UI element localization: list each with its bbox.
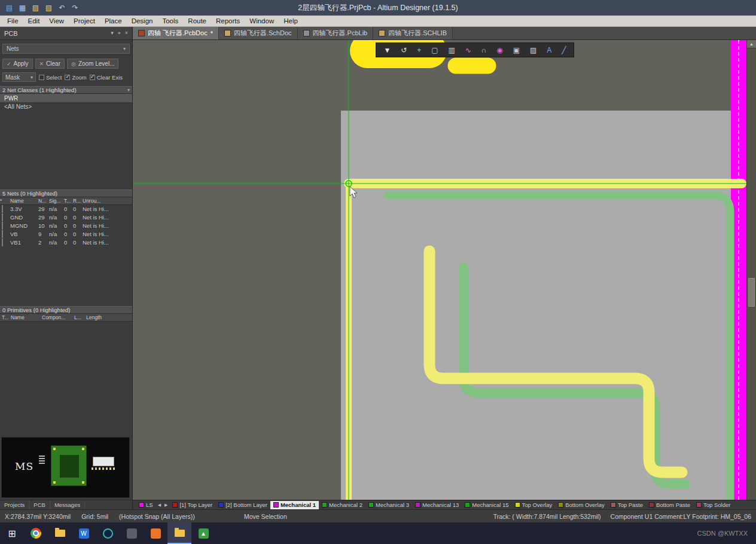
text-icon[interactable]: A: [547, 47, 551, 54]
clear-existing-checkbox[interactable]: [90, 75, 95, 80]
net-class-item-all-nets[interactable]: <All Nets>: [0, 102, 132, 111]
open-folder-icon[interactable]: ▨: [31, 4, 40, 11]
net-row-vb[interactable]: VB 9 n/a 0 0 Net is Hi...: [0, 230, 132, 239]
pcb-canvas[interactable]: ▼ ↺ + ▢ ▥ ∿ ∩ ◉ ▣ ▨ A ╱ ▲: [133, 40, 756, 500]
undo-icon[interactable]: ↶: [57, 4, 66, 11]
taskbar-chrome[interactable]: [24, 522, 48, 544]
net-row-gnd[interactable]: GND 29 n/a 0 0 Net is Hi...: [0, 213, 132, 222]
menu-file[interactable]: File: [2, 16, 23, 26]
col-component[interactable]: Compon...: [42, 314, 74, 320]
panel-dropdown-icon[interactable]: ▾: [111, 30, 114, 36]
zoom-level-button[interactable]: ◎ Zoom Level...: [67, 59, 118, 69]
menu-route[interactable]: Route: [183, 16, 211, 26]
layer-tab-mechanical-2[interactable]: Mechanical 2: [319, 501, 365, 509]
col-l[interactable]: L...: [74, 314, 86, 320]
menu-view[interactable]: View: [44, 16, 69, 26]
net-row-mgnd[interactable]: MGND 10 n/a 0 0 Net is Hi...: [0, 222, 132, 230]
menu-design[interactable]: Design: [127, 16, 158, 26]
mask-dropdown[interactable]: Mask ▾: [2, 72, 36, 82]
net-color-swatch[interactable]: [2, 213, 3, 221]
region-icon[interactable]: ▨: [530, 47, 536, 54]
net-row-vb1[interactable]: VB1 2 n/a 0 0 Net is Hi...: [0, 239, 132, 247]
save-icon[interactable]: ▧: [44, 4, 53, 11]
menu-tools[interactable]: Tools: [157, 16, 183, 26]
layer-tab-mechanical-1[interactable]: Mechanical 1: [270, 501, 319, 509]
layer-tab-top-layer[interactable]: [1] Top Layer: [169, 501, 215, 509]
primitives-section-header[interactable]: 0 Primitives (0 Highlighted): [0, 306, 132, 314]
lasso-select-icon[interactable]: ↺: [401, 47, 407, 54]
col-t[interactable]: T...: [0, 314, 11, 320]
menu-project[interactable]: Project: [69, 16, 100, 26]
interactive-route-icon[interactable]: ∿: [465, 47, 471, 54]
select-checkbox[interactable]: [39, 75, 44, 80]
layer-tab-top-paste[interactable]: Top Paste: [608, 501, 646, 509]
histogram-icon[interactable]: ▥: [448, 47, 455, 54]
col-signal[interactable]: Sig...: [49, 198, 64, 204]
scrollbar-thumb[interactable]: [748, 278, 755, 307]
taskbar-wps[interactable]: W: [72, 522, 96, 544]
nets-table-header[interactable]: * Name N... Sig... T... R... Unrou...: [0, 197, 132, 205]
col-unrouted[interactable]: Unrou...: [83, 198, 132, 204]
clear-button[interactable]: ✕ Clear: [35, 59, 65, 69]
selection-rect-icon[interactable]: ▢: [431, 47, 438, 54]
taskbar-active-app[interactable]: [167, 522, 191, 544]
panel-pin-icon[interactable]: ⌖: [118, 30, 121, 36]
green-trace-top[interactable]: [388, 195, 730, 500]
layer-tab-mechanical-13[interactable]: Mechanical 13: [412, 501, 462, 509]
col-r[interactable]: R...: [73, 198, 83, 204]
select-checkbox-group[interactable]: Select: [39, 74, 62, 81]
layer-tab-bottom-paste[interactable]: Bottom Paste: [646, 501, 693, 509]
menu-place[interactable]: Place: [100, 16, 127, 26]
net-classes-section-header[interactable]: 2 Net Classes (1 Highlighted) ▾: [0, 86, 132, 94]
canvas-vertical-scrollbar[interactable]: ▲: [746, 40, 756, 500]
menu-reports[interactable]: Reports: [211, 16, 245, 26]
net-color-swatch[interactable]: [2, 230, 3, 238]
menu-edit[interactable]: Edit: [23, 16, 45, 26]
layer-tab-mechanical-3[interactable]: Mechanical 3: [365, 501, 412, 509]
net-color-swatch[interactable]: [2, 205, 3, 213]
via-icon[interactable]: ◉: [496, 47, 502, 54]
clear-existing-checkbox-group[interactable]: Clear Exis: [90, 74, 123, 81]
panel-close-icon[interactable]: ×: [125, 30, 128, 36]
taskbar-paint-tool[interactable]: [144, 522, 167, 544]
scroll-up-arrow-icon[interactable]: ▲: [747, 40, 756, 48]
col-length[interactable]: Length: [86, 314, 132, 320]
col-t[interactable]: T...: [64, 198, 73, 204]
doc-tab-schlib[interactable]: 四轴飞行器.SCHLIB: [373, 27, 453, 39]
col-nodes[interactable]: N...: [38, 198, 49, 204]
panel-mode-dropdown[interactable]: Nets ▾: [2, 44, 130, 54]
zoom-checkbox-group[interactable]: Zoom: [65, 74, 86, 81]
new-document-icon[interactable]: ▤: [5, 4, 14, 11]
layers-next-icon[interactable]: ▶: [163, 503, 169, 508]
taskbar-utility[interactable]: [120, 522, 144, 544]
doc-tab-pcblib[interactable]: 四轴飞行器.PcbLib: [298, 27, 374, 39]
net-color-swatch[interactable]: [2, 239, 3, 246]
filter-icon[interactable]: ▼: [383, 47, 391, 54]
layer-tab-bottom-layer[interactable]: [2] Bottom Layer: [215, 501, 270, 509]
panel-tab-projects[interactable]: Projects: [0, 500, 29, 509]
doc-tab-pcbdoc[interactable]: 四轴 飞行器.PcbDoc *: [133, 27, 219, 39]
primitives-table-header[interactable]: T... Name Compon... L... Length: [0, 314, 132, 322]
redo-icon[interactable]: ↷: [71, 4, 80, 11]
board-preview-panel[interactable]: MS: [1, 437, 130, 498]
net-color-swatch[interactable]: [2, 222, 3, 230]
line-icon[interactable]: ╱: [562, 47, 566, 54]
start-button[interactable]: ⊞: [0, 522, 24, 544]
apply-button[interactable]: ✓ Apply: [2, 59, 33, 69]
pad-icon[interactable]: ▣: [513, 47, 520, 54]
menu-help[interactable]: Help: [279, 16, 303, 26]
nets-section-header[interactable]: 5 Nets (0 Highlighted): [0, 190, 132, 197]
layer-tab-top-overlay[interactable]: Top Overlay: [512, 501, 556, 509]
doc-tab-schdoc[interactable]: 四轴飞行器.SchDoc: [219, 27, 298, 39]
layer-tab-top-solder[interactable]: Top Solder: [693, 501, 733, 509]
taskbar-file-explorer[interactable]: [48, 522, 72, 544]
net-row-3v3[interactable]: 3.3V 29 n/a 0 0 Net is Hi...: [0, 205, 132, 213]
zoom-checkbox[interactable]: [65, 75, 70, 80]
layer-sets-button[interactable]: LS: [136, 501, 156, 509]
menu-window[interactable]: Window: [245, 16, 279, 26]
arc-icon[interactable]: ∩: [481, 47, 487, 54]
layer-tab-mechanical-15[interactable]: Mechanical 15: [462, 501, 511, 509]
col-name[interactable]: Name: [10, 198, 38, 204]
panel-tab-pcb[interactable]: PCB: [29, 500, 50, 509]
taskbar-browser[interactable]: [96, 522, 120, 544]
